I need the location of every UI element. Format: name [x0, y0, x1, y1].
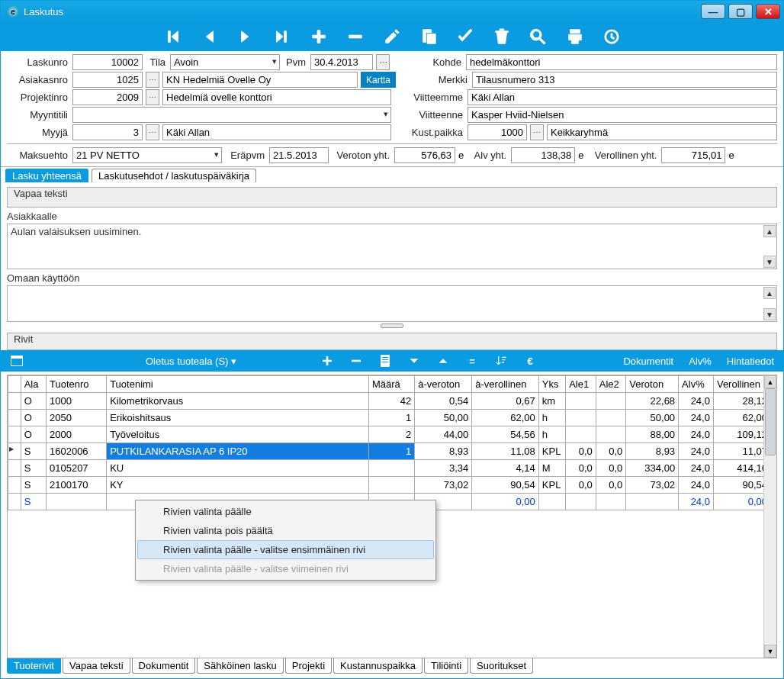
myyja-field[interactable] — [72, 124, 143, 140]
kustpaikka-lookup-icon[interactable]: ⋯ — [530, 124, 544, 140]
maksuehto-select[interactable]: 21 PV NETTO — [72, 147, 222, 163]
projektinro-label: Projektinro — [7, 92, 69, 103]
pvm-field[interactable] — [310, 54, 373, 70]
scroll-up-icon[interactable]: ▲ — [763, 225, 776, 237]
col-tuotenimi[interactable]: Tuotenimi — [107, 376, 369, 393]
asiakasnro-lookup-icon[interactable]: ⋯ — [146, 72, 159, 88]
search-icon[interactable] — [529, 27, 548, 46]
row-euro-icon[interactable]: € — [523, 354, 537, 368]
myyja-lookup-icon[interactable]: ⋯ — [146, 124, 159, 140]
tab-tiliointi[interactable]: Tiliöinti — [424, 658, 468, 674]
alv-link[interactable]: Alv% — [689, 356, 712, 367]
edit-icon[interactable] — [383, 27, 401, 46]
tab-dokumentit[interactable]: Dokumentit — [132, 658, 196, 674]
table-row[interactable]: S0105207KU3,344,14M0,00,0334,0024,0414,1… — [8, 460, 764, 477]
tab-suoritukset[interactable]: Suoritukset — [470, 658, 533, 674]
scroll-up-button[interactable]: ▲ — [764, 375, 776, 388]
asiakas-name-field[interactable] — [162, 72, 358, 88]
tab-lasku-yhteensa[interactable]: Lasku yhteensä — [5, 169, 88, 182]
scroll-up-icon2[interactable]: ▲ — [763, 287, 776, 299]
col-yks[interactable]: Yks — [538, 376, 565, 393]
col-verollinen[interactable]: Verollinen — [713, 376, 763, 393]
last-icon[interactable] — [273, 27, 291, 46]
maximize-button[interactable]: ▢ — [728, 4, 753, 19]
eur-label: e — [458, 150, 464, 161]
tab-tuoterivit[interactable]: Tuoterivit — [7, 658, 61, 674]
col-maara[interactable]: Määrä — [368, 376, 414, 393]
scroll-down-icon[interactable]: ▼ — [763, 256, 776, 268]
ctx-valitse-ensimmainen[interactable]: Rivien valinta päälle - valitse ensimmäi… — [137, 540, 434, 559]
scroll-thumb[interactable] — [765, 388, 776, 455]
tila-select[interactable]: Avoin — [170, 54, 280, 70]
kohde-label: Kohde — [408, 56, 463, 68]
copy-icon[interactable] — [419, 27, 438, 46]
print-icon[interactable] — [566, 27, 584, 46]
col-tuotenro[interactable]: Tuotenro — [46, 376, 106, 393]
kartta-button[interactable]: Kartta — [361, 72, 396, 88]
omaan-textarea[interactable]: ▲ ▼ — [7, 285, 777, 322]
viitteemme-field[interactable] — [468, 89, 777, 105]
col-ale1[interactable]: Ale1 — [566, 376, 596, 393]
ctx-valinta-pois[interactable]: Rivien valinta pois päältä — [137, 521, 434, 540]
prev-icon[interactable] — [200, 27, 218, 46]
myyntitili-select[interactable] — [72, 107, 391, 123]
laskunro-field[interactable] — [72, 54, 143, 70]
clock-icon[interactable] — [602, 27, 621, 46]
trash-icon[interactable] — [493, 27, 511, 46]
asiakasnro-field[interactable] — [72, 72, 143, 88]
window-icon[interactable] — [10, 354, 24, 368]
row-equals-icon[interactable]: = — [465, 354, 479, 368]
col-alv[interactable]: Alv% — [679, 376, 714, 393]
erapvm-field[interactable] — [269, 147, 329, 163]
row-down-icon[interactable] — [407, 354, 421, 368]
table-row[interactable]: S2100170KY73,0290,54KPL0,00,073,0224,090… — [8, 477, 764, 494]
kustpaikka-name-field[interactable] — [547, 124, 777, 140]
grid-scrollbar[interactable]: ▲ ▼ — [763, 375, 776, 658]
dokumentit-link[interactable]: Dokumentit — [623, 356, 673, 367]
pvm-calendar-icon[interactable]: ⋯ — [376, 54, 390, 70]
next-icon[interactable] — [236, 27, 255, 46]
table-row[interactable]: O2050Erikoishitsaus150,0062,00h50,0024,0… — [8, 410, 764, 426]
oletus-dropdown[interactable]: Oletus tuoteala (S) ▾ — [146, 356, 236, 367]
col-ala[interactable]: Ala — [21, 376, 46, 393]
tab-projekti[interactable]: Projekti — [285, 658, 332, 674]
projekti-name-field[interactable] — [162, 89, 391, 105]
col-averoton[interactable]: à-veroton — [415, 376, 472, 393]
ok-icon[interactable] — [456, 27, 474, 46]
projektinro-field[interactable] — [72, 89, 143, 105]
tab-vapaa-teksti[interactable]: Vapaa teksti — [63, 658, 130, 674]
scroll-down-icon2[interactable]: ▼ — [763, 308, 776, 320]
col-veroton[interactable]: Veroton — [626, 376, 679, 393]
close-button[interactable]: ✕ — [756, 4, 780, 19]
row-add-icon[interactable] — [320, 354, 334, 368]
col-averollinen[interactable]: à-verollinen — [472, 376, 539, 393]
splitter-handle[interactable] — [1, 322, 783, 330]
row-sort-icon[interactable] — [494, 354, 508, 368]
table-row[interactable]: O2000Työveloitus244,0054,56h88,0024,0109… — [8, 426, 764, 443]
hintatiedot-link[interactable]: Hintatiedot — [727, 356, 774, 367]
remove-icon[interactable] — [346, 27, 365, 46]
row-doc-icon[interactable] — [378, 354, 392, 368]
col-ale2[interactable]: Ale2 — [596, 376, 626, 393]
asiakkaalle-textarea[interactable]: Aulan valaisuksen uusiminen. ▲ ▼ — [7, 224, 777, 269]
minimize-button[interactable]: — — [701, 4, 725, 19]
table-row[interactable]: S1602006PUTKILANKARASIA AP 6 IP2018,9311… — [8, 443, 764, 460]
kohde-field[interactable] — [466, 54, 777, 70]
row-remove-icon[interactable] — [349, 354, 363, 368]
viitteenne-field[interactable] — [468, 107, 777, 123]
row-up-icon[interactable] — [436, 354, 450, 368]
tab-kustannuspaikka[interactable]: Kustannuspaikka — [333, 658, 423, 674]
add-icon[interactable] — [310, 27, 328, 46]
scroll-down-button[interactable]: ▼ — [764, 645, 776, 658]
kustpaikka-field[interactable] — [468, 124, 527, 140]
ctx-valinta-paalle[interactable]: Rivien valinta päälle — [137, 502, 434, 521]
product-grid[interactable]: Ala Tuotenro Tuotenimi Määrä à-veroton à… — [8, 375, 763, 510]
tab-sahkoinen[interactable]: Sähköinen lasku — [197, 658, 283, 674]
first-icon[interactable] — [163, 27, 182, 46]
merkki-label: Merkki — [414, 74, 469, 85]
table-row[interactable]: O1000Kilometrikorvaus420,540,67km22,6824… — [8, 393, 764, 410]
tab-laskutusehdot[interactable]: Laskutusehdot / laskutuspäiväkirja — [92, 169, 256, 182]
projektinro-lookup-icon[interactable]: ⋯ — [146, 89, 159, 105]
merkki-field[interactable] — [472, 72, 777, 88]
myyja-name-field[interactable] — [162, 124, 391, 140]
